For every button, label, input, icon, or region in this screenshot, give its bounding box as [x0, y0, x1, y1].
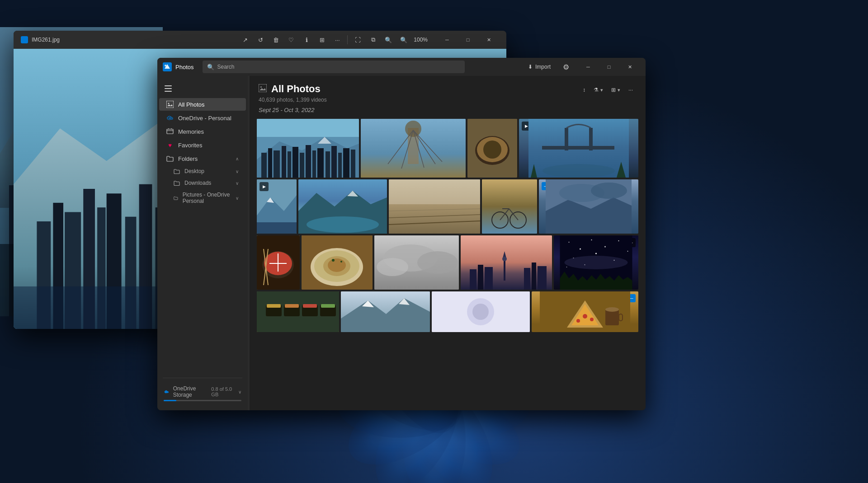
list-item[interactable]: ✓	[257, 119, 359, 178]
photos-window-controls: ─ □ ✕	[578, 60, 640, 74]
svg-point-167	[565, 256, 628, 269]
svg-rect-154	[538, 266, 547, 290]
list-item[interactable]	[361, 119, 466, 178]
list-item[interactable]	[374, 235, 459, 290]
viewer-filename: IMG261.jpg	[32, 37, 234, 43]
svg-rect-71	[274, 150, 280, 178]
svg-rect-58	[167, 129, 173, 134]
sidebar-item-folders[interactable]: Folders ∧	[159, 152, 246, 165]
list-item[interactable]: ─	[539, 179, 638, 234]
settings-button[interactable]: ⚙	[558, 60, 574, 74]
view-button[interactable]: ⊞ ▾	[608, 85, 624, 95]
svg-rect-97	[542, 146, 614, 150]
sidebar-item-memories[interactable]: Memories	[159, 125, 246, 138]
svg-rect-152	[524, 268, 530, 290]
info-btn[interactable]: ℹ	[299, 33, 314, 46]
storage-chevron-icon: ∨	[238, 389, 241, 394]
sidebar-subitem-pictures[interactable]: Pictures - OneDrive Personal ∨	[159, 189, 246, 206]
sidebar-item-favorites[interactable]: ♥ Favorites	[159, 139, 246, 151]
sidebar-subitem-downloads[interactable]: Downloads ∨	[159, 178, 246, 188]
folders-label: Folders	[178, 155, 198, 162]
list-item[interactable]: ─	[341, 291, 430, 332]
list-item[interactable]	[482, 179, 537, 234]
sort-button[interactable]: ↕	[579, 85, 589, 95]
photo-grid[interactable]: ✓	[250, 119, 646, 410]
favorite-btn[interactable]: ♡	[284, 33, 298, 46]
memories-icon	[166, 128, 174, 135]
sidebar-divider	[163, 378, 242, 378]
zoom-level: 100%	[412, 37, 429, 43]
svg-point-110	[307, 216, 379, 233]
slideshow-btn[interactable]: ⊞	[315, 33, 329, 46]
svg-point-54	[165, 65, 166, 66]
sidebar-subitem-desktop[interactable]: Desktop ∨	[159, 166, 246, 177]
svg-point-160	[618, 240, 619, 241]
svg-marker-64	[259, 88, 266, 90]
fullscreen-btn[interactable]: ⛶	[350, 33, 365, 46]
list-item[interactable]	[302, 235, 373, 290]
viewer-close-btn[interactable]: ✕	[478, 33, 499, 47]
svg-rect-74	[292, 147, 298, 178]
svg-point-139	[332, 259, 335, 262]
import-button[interactable]: ⬇ Import	[523, 62, 556, 72]
pictures-label: Pictures - OneDrive Personal	[183, 192, 231, 204]
filter-button[interactable]: ⚗ ▾	[590, 85, 607, 95]
photos-app-logo	[163, 62, 172, 71]
delete-btn[interactable]: 🗑	[269, 33, 283, 46]
sidebar-item-all-photos[interactable]: All Photos	[159, 98, 246, 111]
view-icon: ⊞	[611, 87, 616, 93]
svg-rect-98	[565, 128, 568, 150]
list-item[interactable]	[432, 291, 530, 332]
photos-minimize-btn[interactable]: ─	[578, 60, 599, 74]
list-item[interactable]: ▶	[554, 235, 638, 290]
more-btn[interactable]: ···	[330, 33, 344, 46]
list-item[interactable]: ▶	[519, 119, 638, 178]
svg-rect-75	[300, 153, 304, 178]
sidebar-item-onedrive[interactable]: OneDrive - Personal	[159, 112, 246, 124]
svg-rect-70	[268, 148, 272, 178]
search-bar[interactable]: 🔍 Search	[203, 61, 465, 73]
import-label: Import	[535, 64, 551, 70]
svg-point-184	[472, 304, 489, 320]
list-item[interactable]: ▶	[257, 179, 297, 234]
viewer-maximize-btn[interactable]: □	[458, 33, 478, 47]
photos-close-btn[interactable]: ✕	[619, 60, 640, 74]
hamburger-menu[interactable]	[161, 81, 175, 96]
list-item[interactable]: ─	[389, 179, 480, 234]
svg-point-148	[502, 257, 507, 261]
downloads-folder-icon	[174, 181, 180, 186]
list-item[interactable]	[467, 119, 517, 178]
zoom-in-btn[interactable]: 🔍	[396, 33, 411, 46]
photos-titlebar: Photos 🔍 Search ⬇ Import ⚙ ─ □ ✕	[157, 58, 646, 76]
rotate-btn[interactable]: ↺	[253, 33, 268, 46]
svg-point-126	[591, 183, 627, 199]
storage-label: OneDrive Storage	[173, 385, 208, 398]
svg-rect-146	[504, 258, 505, 281]
svg-rect-73	[288, 151, 291, 178]
viewer-minimize-btn[interactable]: ─	[437, 33, 458, 47]
list-item[interactable]: ▶ ─	[257, 291, 339, 332]
photos-maximize-btn[interactable]: □	[599, 60, 619, 74]
svg-point-95	[483, 141, 501, 159]
share-btn[interactable]: ↗	[238, 33, 252, 46]
svg-rect-153	[532, 263, 536, 290]
svg-point-189	[576, 319, 580, 323]
svg-rect-177	[321, 304, 335, 308]
photos-content: All Photos OneDrive - Personal Memories …	[157, 76, 646, 410]
list-item[interactable]: ▶	[461, 235, 552, 290]
svg-rect-80	[331, 146, 337, 178]
more-options-button[interactable]: ···	[625, 85, 637, 95]
zoom-out-btn[interactable]: 🔍	[381, 33, 396, 46]
mountain-road-svg	[519, 119, 638, 178]
svg-rect-77	[312, 150, 316, 178]
list-item[interactable]	[257, 235, 300, 290]
svg-point-188	[583, 314, 587, 319]
light-svg	[432, 291, 530, 332]
list-item[interactable]	[298, 179, 387, 234]
svg-rect-62	[259, 84, 267, 92]
svg-rect-69	[261, 153, 267, 178]
svg-rect-81	[338, 153, 342, 178]
pip-btn[interactable]: ⧉	[366, 33, 380, 46]
svg-rect-72	[282, 146, 286, 178]
list-item[interactable]: ─	[532, 291, 638, 332]
